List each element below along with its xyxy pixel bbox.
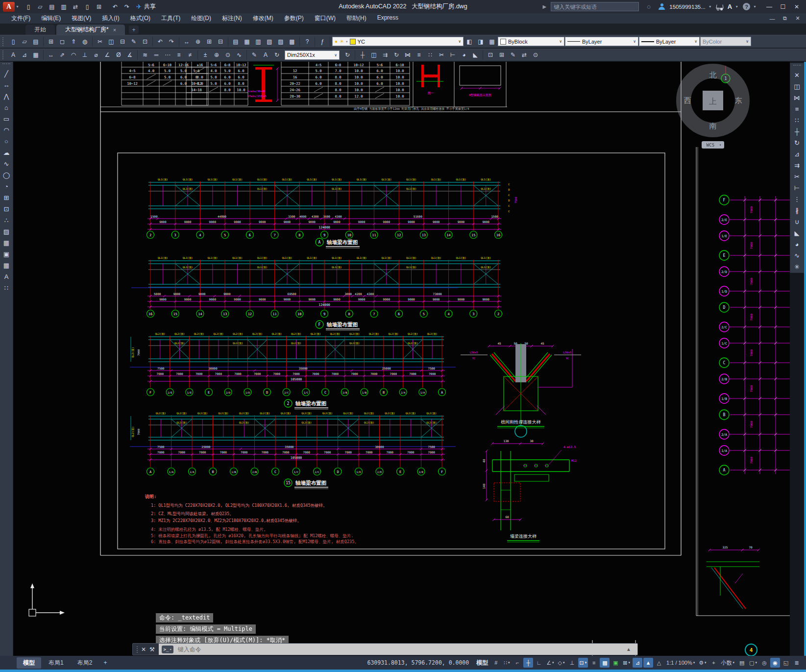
layer-previous-button[interactable]: ◨ [475,37,486,47]
grid-mode-toggle[interactable]: # [491,658,501,668]
dim-aligned-button[interactable]: ⇗ [57,50,68,60]
ellipse-arc-button[interactable]: ◔ [1,181,12,192]
gradient-button[interactable]: ▦ [1,237,12,249]
table-style-button[interactable]: ▦ [30,50,41,60]
revision-cloud-button[interactable]: ☁ [1,147,12,158]
point-button[interactable]: ∴ [1,215,12,226]
pan-button[interactable]: ↔ [181,37,192,47]
cart-icon[interactable] [716,4,723,9]
lineweight-display-toggle[interactable]: ≡ [589,658,599,668]
make-current-button[interactable]: ◧ [464,37,475,47]
color-combo[interactable]: ByBlock ∨ [498,37,564,46]
layout-tab-layout2[interactable]: 布局2 [71,657,99,669]
command-line-dock[interactable]: ✕ ⚒ >_▾ ▲ [132,643,638,655]
isometric-drafting-toggle[interactable]: ◇▾ [557,658,566,668]
annotation-visibility-toggle[interactable]: ▲ [643,658,653,668]
linetype-combo[interactable]: ByLayer ∨ [565,37,638,46]
erase-button[interactable]: ✕ [791,70,803,81]
command-input-field[interactable]: >_▾ ▲ [159,644,637,655]
break-button[interactable]: ∦ [791,205,803,216]
menu-6[interactable]: 工具(T) [156,14,186,23]
point-style-button[interactable]: ∷ [1,282,12,294]
dim-break-button[interactable]: ≠ [185,50,195,60]
properties-button[interactable]: ▤ [230,37,241,47]
infocenter-collapse-icon[interactable]: ▶ [543,4,547,9]
dim-linear-button[interactable]: ↔ [46,50,56,60]
publish-button[interactable]: ⇑ [68,37,79,47]
join-button[interactable]: ∪ [791,216,803,227]
dynamic-ucs-toggle[interactable]: ⊿ [633,658,642,668]
multiline-text-button[interactable]: A [1,271,12,282]
minimize-button[interactable]: — [763,2,776,12]
dim-style-combo[interactable]: Dim250X1x ∨ [285,50,340,60]
offset-button[interactable]: ≡ [414,50,424,60]
dock-customize-icon[interactable]: ⚒ [149,646,155,653]
help-button[interactable]: ? [302,37,313,47]
markup-button[interactable]: ▨ [275,37,286,47]
tab-document[interactable]: 大型钢结构厂房* × [56,25,125,35]
rotate-button[interactable]: ↻ [791,137,803,149]
dim-continue-button[interactable]: ⋯ [162,50,173,60]
trim-button[interactable]: ✂ [791,171,803,182]
tolerance-button[interactable]: ± [200,50,211,60]
object-snap-tracking-toggle[interactable]: ⊥ [567,658,577,668]
arc-button[interactable]: ◠ [1,124,12,136]
doc-minimize-button[interactable]: — [767,15,778,23]
construction-line-button[interactable]: ↔ [1,79,12,91]
graphics-performance-toggle[interactable]: ◉ [770,658,780,668]
rotate-button[interactable]: ↻ [391,50,402,60]
quick-calc-button[interactable]: ▩ [287,37,297,47]
dim-inspect-button[interactable]: ⊙ [222,50,233,60]
dim-update-button[interactable]: ↻ [342,50,353,60]
new-tab-button[interactable]: + [129,25,139,34]
3d-object-snap-toggle[interactable]: ⊠▾ [621,658,632,668]
undo-button[interactable]: ↶ [110,2,121,12]
dim-quick-button[interactable]: ≋ [140,50,150,60]
transfer-button[interactable]: ⇄ [70,2,81,12]
offset-button[interactable]: ≡ [791,103,803,115]
chamfer-button[interactable]: ◣ [791,227,803,239]
dim-style-manager-button[interactable]: ⊿ [19,50,30,60]
dock-close-icon[interactable]: ✕ [141,646,146,653]
toolbar-grip[interactable] [2,37,5,46]
doc-close-button[interactable]: ✕ [792,15,803,23]
doc-restore-button[interactable]: ⧉ [780,15,790,23]
menu-3[interactable]: 视图(V) [66,14,97,23]
menu-9[interactable]: 修改(M) [247,14,279,23]
annotation-monitor-toggle[interactable]: + [709,658,719,668]
save-button[interactable]: ▤ [30,37,41,47]
save-button[interactable]: ▤ [47,2,57,12]
set-base-point-button[interactable]: ⊙ [530,50,541,60]
mobile-button[interactable]: ▯ [82,2,93,12]
array-button[interactable]: ∷ [791,115,803,126]
autodesk-app-store[interactable]: A▼ [728,3,738,10]
dynamic-input-toggle[interactable]: ┼ [523,658,533,668]
trim-button[interactable]: ✂ [436,50,447,60]
edit-attribute-button[interactable]: ✎ [508,50,518,60]
save-as-button[interactable]: ▥ [58,2,69,12]
snap-mode-toggle[interactable]: ∷▾ [502,658,512,668]
fillet-button[interactable]: ◕ [459,50,469,60]
polyline-button[interactable]: ⋀ [1,91,12,102]
polygon-button[interactable]: ⌂ [1,102,12,113]
dim-diameter-button[interactable]: Ø [113,50,124,60]
region-button[interactable]: ▣ [1,249,12,260]
account-menu[interactable]: 1505999135...▼ [669,4,711,10]
dim-update-button[interactable]: ↻ [271,50,282,60]
dim-jogged-button[interactable]: ∠ [102,50,113,60]
spline-button[interactable]: ∿ [1,158,12,170]
plot-preview-button[interactable]: ◻ [57,37,68,47]
print-button[interactable]: ⊞ [94,2,104,12]
dim-text-edit-button[interactable]: A [260,50,271,60]
move-button[interactable]: ┼ [357,50,368,60]
isolate-objects-toggle[interactable]: ◎ [759,658,769,668]
create-block-button[interactable]: ⊡ [1,203,12,215]
menu-4[interactable]: 插入(I) [97,14,124,23]
dim-angular-button[interactable]: ∡ [124,50,135,60]
open-button[interactable]: ▱ [35,2,46,12]
mirror-button[interactable]: ⋈ [402,50,413,60]
customization-toggle[interactable]: ≣ [792,658,802,668]
app-menu-button[interactable]: A ▼ [3,2,19,12]
drawing-canvas[interactable]: 5~66~1012~16≥164~54.05.05.06~85.06.08.01… [13,62,790,656]
ortho-mode-toggle[interactable]: ∟ [534,658,544,668]
